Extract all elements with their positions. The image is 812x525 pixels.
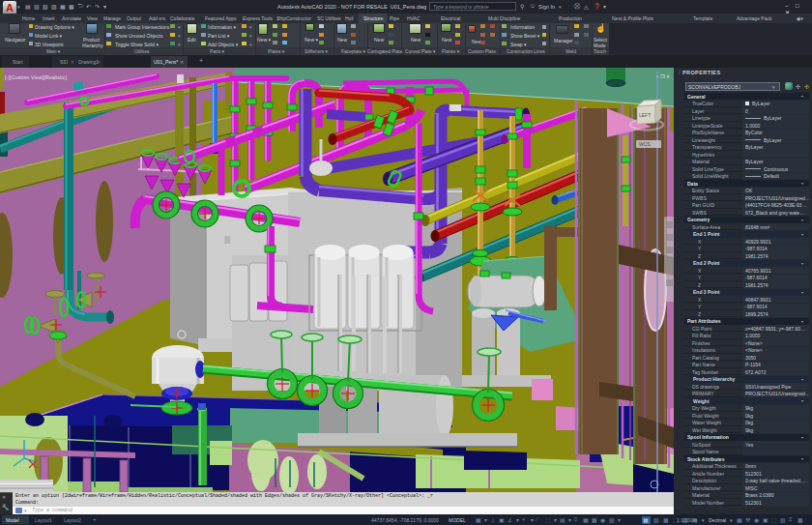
svg-text:– ❐ ✕: – ❐ ✕ (656, 73, 670, 79)
svg-text:[-][Custom View][Realistic]: [-][Custom View][Realistic] (5, 74, 68, 80)
svg-text:WCS: WCS (639, 141, 651, 147)
svg-text:LEFT: LEFT (639, 112, 651, 118)
